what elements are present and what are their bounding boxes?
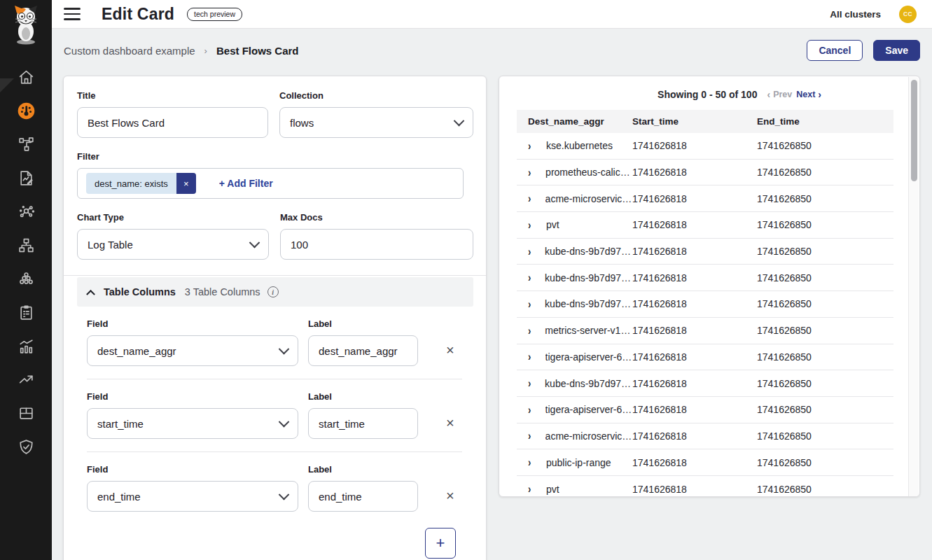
start-time-cell: 1741626818	[632, 246, 757, 257]
add-column-button[interactable]: +	[425, 528, 456, 559]
remove-column-icon[interactable]: ×	[446, 416, 454, 430]
sidebar-item-home[interactable]	[9, 60, 43, 94]
collection-label: Collection	[279, 90, 473, 101]
column-header-dest-name-aggr[interactable]: Dest_name_aggr	[517, 116, 632, 127]
table-row[interactable]: ›public-ip-range 1741626818 1741626850	[517, 449, 893, 476]
table-row[interactable]: ›kube-dns-9b7d977f… 1741626818 174162685…	[517, 291, 893, 318]
collapse-chevron-icon	[86, 289, 95, 298]
dest-name-cell: kube-dns-9b7d977f…	[545, 246, 632, 257]
sidebar-item-logs[interactable]	[9, 161, 43, 195]
table-row[interactable]: ›metrics-server-v1.3… 1741626818 1741626…	[517, 318, 893, 344]
sidebar-item-packages[interactable]	[9, 396, 43, 430]
expand-row-icon[interactable]: ›	[528, 193, 545, 204]
save-button[interactable]: Save	[873, 40, 920, 61]
column-divider	[87, 379, 462, 379]
start-time-cell: 1741626818	[632, 219, 757, 230]
expand-row-icon[interactable]: ›	[528, 246, 545, 257]
info-icon[interactable]: i	[267, 286, 279, 298]
label-label: Label	[308, 464, 418, 475]
calico-cat-logo[interactable]	[0, 0, 52, 50]
expand-row-icon[interactable]: ›	[528, 219, 546, 230]
chevron-down-icon	[279, 416, 290, 427]
expand-row-icon[interactable]: ›	[528, 351, 545, 363]
expand-row-icon[interactable]: ›	[528, 484, 546, 495]
molecule-icon	[18, 203, 35, 220]
table-row[interactable]: ›acme-microservice… 1741626818 174162685…	[517, 424, 893, 450]
cancel-button[interactable]: Cancel	[807, 40, 863, 61]
breadcrumb-current: Best Flows Card	[216, 45, 299, 57]
title-input[interactable]	[77, 107, 268, 138]
breadcrumb-parent[interactable]: Custom dashboard example	[64, 45, 195, 57]
expand-row-icon[interactable]: ›	[528, 140, 546, 151]
dashboard-gauge-icon	[17, 102, 36, 120]
remove-column-icon[interactable]: ×	[446, 489, 454, 503]
expand-row-icon[interactable]: ›	[528, 457, 546, 468]
sidebar-item-clusters[interactable]	[9, 262, 43, 295]
sidebar-item-trends[interactable]	[9, 363, 43, 396]
column-header-start-time[interactable]: Start_time	[632, 116, 757, 127]
table-columns-section-header[interactable]: Table Columns 3 Table Columns i	[77, 277, 473, 307]
label-input[interactable]	[308, 335, 418, 366]
table-row[interactable]: ›kse.kubernetes 1741626818 1741626850	[517, 133, 893, 160]
chart-type-select[interactable]: Log Table	[77, 229, 269, 260]
label-label: Label	[308, 318, 418, 329]
cluster-circles-icon	[18, 270, 35, 288]
field-select[interactable]: dest_name_aggr	[87, 335, 298, 366]
expand-row-icon[interactable]: ›	[528, 378, 545, 389]
start-time-cell: 1741626818	[632, 484, 757, 495]
remove-column-icon[interactable]: ×	[446, 343, 454, 357]
end-time-cell: 1741626850	[757, 140, 893, 151]
label-input[interactable]	[308, 408, 418, 439]
next-page-button[interactable]: Next ›	[796, 90, 821, 99]
menu-toggle-button[interactable]	[64, 8, 81, 20]
preview-table: Dest_name_aggr Start_time End_time ›kse.…	[517, 110, 893, 497]
filter-chip-remove-icon[interactable]: ×	[176, 173, 196, 194]
sidebar-item-service-graph[interactable]	[9, 127, 43, 161]
end-time-cell: 1741626850	[757, 219, 893, 230]
sidebar-item-network-topology[interactable]	[9, 228, 43, 262]
prev-page-button[interactable]: ‹ Prev	[767, 90, 792, 99]
table-row[interactable]: ›prometheus-calico… 1741626818 174162685…	[517, 160, 893, 186]
expand-row-icon[interactable]: ›	[528, 430, 545, 442]
filter-label: Filter	[77, 151, 473, 162]
table-row[interactable]: ›tigera-apiserver-6b… 1741626818 1741626…	[517, 344, 893, 371]
hierarchy-icon	[18, 237, 35, 254]
scrollbar-thumb[interactable]	[911, 80, 917, 181]
chevron-down-icon	[249, 237, 260, 248]
add-filter-link[interactable]: + Add Filter	[219, 178, 273, 189]
table-row[interactable]: ›kube-dns-9b7d977f… 1741626818 174162685…	[517, 265, 893, 291]
sidebar-item-threat-feeds[interactable]	[9, 195, 43, 228]
filter-input-box[interactable]: dest_name: exists × + Add Filter	[77, 168, 464, 199]
expand-row-icon[interactable]: ›	[528, 325, 545, 336]
table-row[interactable]: ›pvt 1741626818 1741626850	[517, 212, 893, 239]
sidebar-item-compliance-reports[interactable]	[9, 295, 43, 329]
sidebar-item-security-policies[interactable]	[9, 430, 43, 463]
expand-row-icon[interactable]: ›	[528, 272, 545, 284]
table-row[interactable]: ›pvt 1741626818 1741626850	[517, 476, 893, 497]
table-row[interactable]: ›acme-microservice… 1741626818 174162685…	[517, 186, 893, 212]
sidebar-item-dashboards[interactable]	[9, 94, 43, 127]
title-label: Title	[77, 90, 268, 101]
field-select[interactable]: end_time	[87, 481, 298, 512]
breadcrumb-row: Custom dashboard example › Best Flows Ca…	[52, 29, 932, 72]
expand-row-icon[interactable]: ›	[528, 298, 545, 309]
field-select[interactable]: start_time	[87, 408, 298, 439]
table-row[interactable]: ›kube-dns-9b7d977f… 1741626818 174162685…	[517, 239, 893, 265]
max-docs-input[interactable]	[280, 229, 473, 260]
expand-row-icon[interactable]: ›	[528, 167, 545, 178]
cluster-selector[interactable]: All clusters	[830, 9, 881, 20]
filter-chip: dest_name: exists ×	[86, 173, 196, 194]
sidebar-item-statistics[interactable]	[9, 329, 43, 363]
label-input[interactable]	[308, 481, 418, 512]
end-time-cell: 1741626850	[757, 272, 893, 284]
table-row[interactable]: ›tigera-apiserver-6b… 1741626818 1741626…	[517, 397, 893, 424]
start-time-cell: 1741626818	[632, 404, 757, 415]
expand-row-icon[interactable]: ›	[528, 404, 545, 415]
dest-name-cell: kube-dns-9b7d977f…	[545, 298, 632, 309]
user-avatar[interactable]: CC	[899, 6, 917, 23]
chevron-down-icon	[279, 489, 290, 500]
nav-rail	[0, 0, 52, 560]
table-row[interactable]: ›kube-dns-9b7d977f… 1741626818 174162685…	[517, 370, 893, 397]
column-header-end-time[interactable]: End_time	[757, 116, 893, 127]
collection-select[interactable]: flows	[279, 107, 473, 138]
